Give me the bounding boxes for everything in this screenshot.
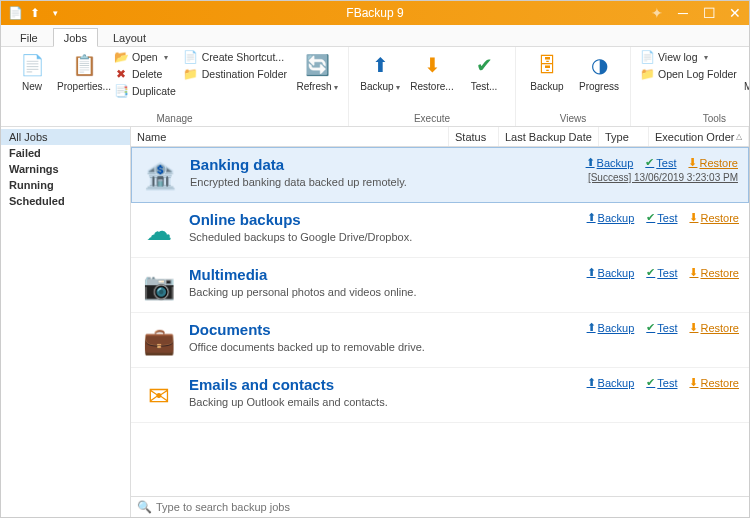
messages-label: Messages	[744, 81, 750, 92]
destination-folder-button[interactable]: 📁Destination Folder	[181, 66, 290, 82]
app-menu-icon[interactable]: 📄	[7, 5, 23, 21]
folder-icon: 📁	[184, 67, 198, 81]
job-title: Emails and contacts	[189, 376, 575, 393]
col-status[interactable]: Status	[449, 127, 499, 146]
search-bar: 🔍	[131, 496, 749, 517]
job-title: Online backups	[189, 211, 575, 228]
ribbon-group-views: 🗄 Backup ◑ Progress Views	[516, 47, 631, 126]
down-arrow-icon: ⬇	[689, 266, 698, 279]
job-backup-link[interactable]: ⬆Backup	[587, 211, 635, 224]
views-backup-button[interactable]: 🗄 Backup	[522, 49, 572, 94]
content: Name Status Last Backup Date Type Execut…	[131, 127, 749, 517]
open-button[interactable]: 📂Open	[111, 49, 179, 65]
sort-icon: △	[736, 132, 742, 141]
col-exec[interactable]: Execution Order△	[649, 127, 749, 146]
progress-button[interactable]: ◑ Progress	[574, 49, 624, 94]
ribbon-group-tools: 📄View log 📁Open Log Folder 💬 Messages To…	[631, 47, 750, 126]
job-backup-link[interactable]: ⬆Backup	[586, 156, 634, 169]
tab-layout[interactable]: Layout	[102, 28, 157, 46]
test-button[interactable]: ✔ Test...	[459, 49, 509, 94]
create-shortcut-button[interactable]: 📄Create Shortcut...	[181, 49, 290, 65]
tab-jobs[interactable]: Jobs	[53, 28, 98, 47]
refresh-button[interactable]: 🔄 Refresh	[292, 49, 342, 95]
job-restore-link[interactable]: ⬇Restore	[688, 156, 738, 169]
messages-button[interactable]: 💬 Messages	[742, 49, 750, 94]
view-log-button[interactable]: 📄View log	[637, 49, 740, 65]
sidebar-item-all-jobs[interactable]: All Jobs	[1, 129, 130, 145]
col-name[interactable]: Name	[131, 127, 449, 146]
job-row[interactable]: ☁ Online backups Scheduled backups to Go…	[131, 203, 749, 258]
down-arrow-icon: ⬇	[689, 211, 698, 224]
job-list: 🏦 Banking data Encrypted banking data ba…	[131, 147, 749, 496]
check-icon: ✔	[646, 321, 655, 334]
titlebar: 📄 ⬆ ▾ FBackup 9 ✦ ─ ☐ ✕	[1, 1, 749, 25]
execute-group-label: Execute	[414, 112, 450, 126]
job-row[interactable]: 📷 Multimedia Backing up personal photos …	[131, 258, 749, 313]
job-row[interactable]: 💼 Documents Office documents backed up t…	[131, 313, 749, 368]
maximize-icon[interactable]: ☐	[701, 5, 717, 21]
job-test-link[interactable]: ✔Test	[646, 266, 677, 279]
restore-icon: ⬇	[418, 51, 446, 79]
up-arrow-icon: ⬆	[587, 376, 596, 389]
duplicate-button[interactable]: 📑Duplicate	[111, 83, 179, 99]
stack-icon: 🗄	[533, 51, 561, 79]
tab-file[interactable]: File	[9, 28, 49, 46]
briefcase-icon: 💼	[141, 323, 177, 359]
properties-label: Properties...	[57, 81, 111, 92]
job-test-link[interactable]: ✔Test	[646, 376, 677, 389]
backup-label: Backup	[360, 81, 399, 93]
sidebar-item-warnings[interactable]: Warnings	[1, 161, 130, 177]
views-backup-label: Backup	[530, 81, 563, 92]
job-backup-link[interactable]: ⬆Backup	[587, 376, 635, 389]
delete-button[interactable]: ✖Delete	[111, 66, 179, 82]
job-restore-link[interactable]: ⬇Restore	[689, 266, 739, 279]
new-button[interactable]: 📄 New	[7, 49, 57, 94]
job-row[interactable]: ✉ Emails and contacts Backing up Outlook…	[131, 368, 749, 423]
refresh-label: Refresh	[296, 81, 337, 93]
job-status-line[interactable]: [Success] 13/06/2019 3:23:03 PM	[588, 172, 738, 183]
minimize-icon[interactable]: ─	[675, 5, 691, 21]
backup-button[interactable]: ⬆ Backup	[355, 49, 405, 95]
close-icon[interactable]: ✕	[727, 5, 743, 21]
check-icon: ✔	[645, 156, 654, 169]
job-restore-link[interactable]: ⬇Restore	[689, 321, 739, 334]
job-desc: Scheduled backups to Google Drive/Dropbo…	[189, 231, 575, 243]
sidebar-item-scheduled[interactable]: Scheduled	[1, 193, 130, 209]
job-backup-link[interactable]: ⬆Backup	[587, 266, 635, 279]
job-title: Documents	[189, 321, 575, 338]
properties-icon: 📋	[70, 51, 98, 79]
job-row[interactable]: 🏦 Banking data Encrypted banking data ba…	[131, 147, 749, 203]
progress-icon: ◑	[585, 51, 613, 79]
up-arrow-icon: ⬆	[587, 266, 596, 279]
job-desc: Backing up Outlook emails and contacts.	[189, 396, 575, 408]
menubar: File Jobs Layout	[1, 25, 749, 47]
search-input[interactable]	[156, 501, 743, 513]
restore-button[interactable]: ⬇ Restore...	[407, 49, 457, 94]
open-icon: 📂	[114, 50, 128, 64]
job-backup-link[interactable]: ⬆Backup	[587, 321, 635, 334]
up-arrow-icon: ⬆	[587, 211, 596, 224]
ribbon: 📄 New 📋 Properties... 📂Open ✖Delete 📑Dup…	[1, 47, 749, 127]
ribbon-group-execute: ⬆ Backup ⬇ Restore... ✔ Test... Execute	[349, 47, 516, 126]
dropdown-icon[interactable]: ▾	[47, 5, 63, 21]
manage-group-label: Manage	[156, 112, 192, 126]
job-test-link[interactable]: ✔Test	[646, 321, 677, 334]
properties-button[interactable]: 📋 Properties...	[59, 49, 109, 94]
up-arrow-icon: ⬆	[586, 156, 595, 169]
up-icon[interactable]: ⬆	[27, 5, 43, 21]
sidebar-item-failed[interactable]: Failed	[1, 145, 130, 161]
delete-icon: ✖	[114, 67, 128, 81]
new-label: New	[22, 81, 42, 92]
sidebar-item-running[interactable]: Running	[1, 177, 130, 193]
job-test-link[interactable]: ✔Test	[645, 156, 676, 169]
col-type[interactable]: Type	[599, 127, 649, 146]
job-restore-link[interactable]: ⬇Restore	[689, 211, 739, 224]
test-label: Test...	[471, 81, 498, 92]
col-last[interactable]: Last Backup Date	[499, 127, 599, 146]
log-folder-icon: 📁	[640, 67, 654, 81]
open-log-folder-button[interactable]: 📁Open Log Folder	[637, 66, 740, 82]
job-test-link[interactable]: ✔Test	[646, 211, 677, 224]
job-restore-link[interactable]: ⬇Restore	[689, 376, 739, 389]
cloud-icon: ☁	[141, 213, 177, 249]
job-desc: Office documents backed up to removable …	[189, 341, 575, 353]
